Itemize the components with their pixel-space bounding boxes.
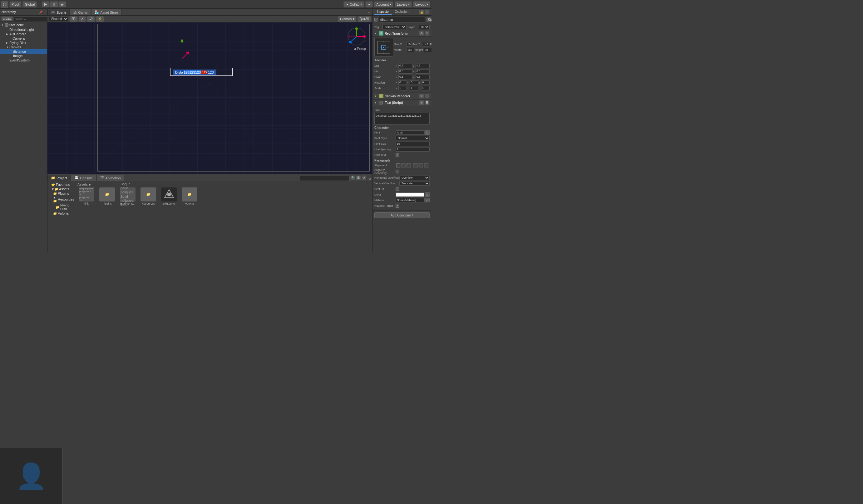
rect-transform-header[interactable]: ▼ ⊞ Rect Transform ⚙ ☰	[373, 30, 432, 37]
refresh-icon-btn[interactable]: ⟳	[362, 175, 366, 180]
scene-maximize[interactable]: ⊡	[366, 11, 372, 15]
canvas-renderer-menu[interactable]: ☰	[425, 93, 430, 99]
hierarchy-create-btn[interactable]: Create	[1, 16, 13, 21]
asset-plugins[interactable]: 📁 Plugins	[98, 188, 116, 205]
text-script-menu[interactable]: ☰	[425, 100, 430, 105]
shading-dropdown[interactable]: Shaded	[49, 16, 68, 22]
flying-disk-folder[interactable]: 📁 Flying Disk	[49, 203, 75, 211]
static-button[interactable]: Static ▾	[426, 17, 432, 22]
asset-resources[interactable]: 📁 Resources	[139, 188, 158, 205]
layout-button[interactable]: Layout ▾	[413, 1, 430, 8]
line-spacing-value[interactable]: 1	[396, 147, 430, 152]
account-button[interactable]: Account ▾	[374, 1, 393, 8]
filter-icon-btn[interactable]: ☰	[356, 175, 361, 180]
audio-button[interactable]: 🔊	[87, 16, 95, 22]
pause-button[interactable]: ⏸	[50, 1, 58, 8]
hierarchy-menu[interactable]: ☰	[43, 11, 46, 14]
tab-asset-store[interactable]: 🏪Asset Store	[91, 9, 122, 15]
color-swatch[interactable]	[396, 192, 424, 197]
pivot-button[interactable]: Pivot	[9, 1, 21, 8]
search-icon-btn[interactable]: 🔍	[350, 175, 355, 180]
scale-x-val[interactable]: 1	[398, 86, 407, 90]
best-fit-checkbox[interactable]	[396, 187, 399, 191]
inspector-lock-icon[interactable]: 🔒	[419, 10, 424, 15]
hierarchy-search[interactable]	[14, 16, 52, 21]
scene-viewport[interactable]: ◀ Persp Dista 1	[48, 23, 372, 174]
layer-select[interactable]: UI	[419, 25, 430, 29]
font-style-select[interactable]: Normal	[396, 136, 430, 140]
align-ml-btn[interactable]: ⬛	[413, 163, 418, 168]
add-component-button[interactable]: Add Component	[374, 212, 430, 218]
occlusion-tab[interactable]: Occlusion	[392, 9, 411, 15]
rich-text-checkbox[interactable]	[396, 153, 399, 157]
hierarchy-item-canvas[interactable]: ▼ Canvas	[0, 45, 47, 49]
render-all-btn[interactable]: Qa▾All	[358, 16, 371, 22]
height-value[interactable]: 30	[424, 48, 432, 52]
inspector-tab[interactable]: Inspector	[374, 9, 392, 15]
width-value[interactable]: 160	[406, 48, 414, 52]
gizmos-button[interactable]: Gizmos ▾	[338, 16, 356, 22]
tab-game[interactable]: 🕹Game	[70, 9, 91, 15]
inspector-menu-icon[interactable]: ☰	[425, 10, 430, 15]
text-script-options[interactable]: ⚙	[419, 100, 424, 105]
step-button[interactable]: ⏭	[58, 1, 66, 8]
rect-transform-menu[interactable]: ☰	[425, 31, 430, 36]
text-script-checkbox[interactable]	[379, 101, 383, 104]
tab-animation[interactable]: 🎬Animation	[97, 175, 124, 181]
hierarchy-item-distance[interactable]: distance	[0, 49, 47, 54]
align-by-geo-checkbox[interactable]	[396, 170, 399, 173]
bottom-panel-menu[interactable]: ⊡	[367, 177, 372, 181]
hierarchy-item-camera[interactable]: Camera	[0, 36, 47, 40]
2d-button[interactable]: 2D	[69, 16, 78, 22]
font-size-value[interactable]: 19	[396, 142, 430, 146]
anchor-min-x-val[interactable]: 0.5	[398, 64, 412, 68]
project-search[interactable]	[300, 176, 350, 181]
hierarchy-pin[interactable]: 📌	[39, 11, 42, 14]
tab-console[interactable]: 💬Console	[71, 175, 96, 181]
rot-x-val[interactable]: 0	[398, 80, 407, 85]
text-script-header[interactable]: ▼ Text (Script) ⚙ ☰	[373, 100, 432, 106]
hierarchy-scene-root[interactable]: ▼ ufoScene	[0, 23, 47, 27]
font-picker-btn[interactable]: ⊙	[425, 130, 430, 135]
material-picker-btn[interactable]: ⊙	[425, 198, 430, 203]
align-mr-btn[interactable]: ⬛	[424, 163, 429, 168]
tab-scene[interactable]: 🎮Scene	[48, 9, 70, 15]
scale-z-val[interactable]: 1	[421, 86, 430, 90]
anchor-max-y-val[interactable]: 0.5	[416, 69, 430, 74]
hierarchy-item-flying-disk[interactable]: ▶ Flying Disk	[0, 40, 47, 45]
pos-x-value[interactable]: 18	[406, 42, 412, 47]
pivot-x-val[interactable]: 0.5	[398, 75, 412, 79]
asset-link[interactable]: Baque parle poliguea 2d al poliguea 2d..…	[77, 188, 96, 205]
layers-button[interactable]: Layers ▾	[395, 1, 412, 8]
anchor-diagram[interactable]	[374, 38, 393, 57]
resources-folder[interactable]: ▼📁 Resources	[49, 196, 75, 203]
tag-select[interactable]: distanceText	[383, 25, 407, 29]
align-tr-btn[interactable]: ⬛	[406, 163, 411, 168]
pos-y-value[interactable]: -143	[421, 42, 429, 47]
anchor-max-x-val[interactable]: 0.5	[398, 69, 412, 74]
raycast-checkbox[interactable]	[396, 204, 399, 208]
play-button[interactable]: ▶	[41, 1, 50, 8]
align-tc-btn[interactable]: ⬛	[401, 163, 406, 168]
asset-readme[interactable]: Baque parle poliguea 2d al poliguea 2d..…	[118, 188, 137, 205]
rect-transform-options[interactable]: ⚙	[419, 31, 424, 36]
asset-vuforia[interactable]: 📁 Vuforia	[180, 188, 199, 205]
anchor-min-y-val[interactable]: 0.5	[416, 64, 430, 68]
collab-button[interactable]: ☁ Collab ▾	[343, 1, 364, 8]
hierarchy-item-arcamera[interactable]: ▶ ARCamera	[0, 32, 47, 36]
lighting-button[interactable]: ☀	[79, 16, 86, 22]
canvas-renderer-header[interactable]: ▼ 🎨 Canvas Renderer ⚙ ☰	[373, 93, 432, 100]
global-button[interactable]: Global	[23, 1, 37, 8]
plugins-folder[interactable]: 📁 Plugins	[49, 191, 75, 196]
text-value-field[interactable]	[374, 113, 430, 125]
scale-y-val[interactable]: 1	[410, 86, 418, 90]
pivot-y-val[interactable]: 0.5	[416, 75, 430, 79]
align-mc-btn[interactable]: ⬛	[418, 163, 423, 168]
object-name-field[interactable]	[379, 17, 425, 23]
rot-z-val[interactable]: 0	[421, 80, 430, 85]
align-tl-btn[interactable]: ⬛	[396, 163, 401, 168]
canvas-renderer-options[interactable]: ⚙	[419, 93, 424, 99]
asset-ufoscene[interactable]: ufoScene	[160, 188, 178, 205]
tab-project[interactable]: 📁Project	[48, 175, 71, 181]
object-active-checkbox[interactable]	[374, 18, 377, 22]
